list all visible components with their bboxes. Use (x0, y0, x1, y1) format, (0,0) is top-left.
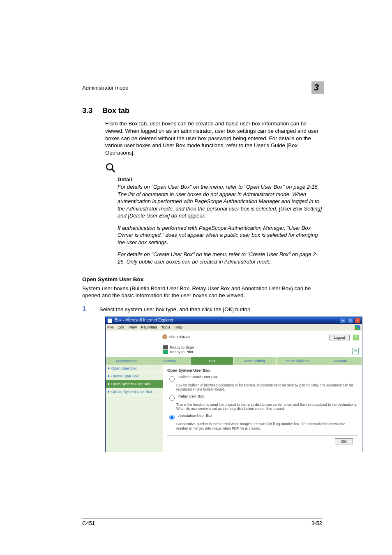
maximize-icon[interactable]: □ (348, 318, 353, 323)
ie-flag-icon (355, 325, 360, 330)
close-icon[interactable]: × (355, 318, 360, 323)
sidebar-item-create-system-user-box[interactable]: Create System User Box (106, 388, 163, 396)
option-relay-desc: This is the function to send the origina… (176, 402, 358, 411)
status-strip: Ready to Scan Ready to Print ⟳ (106, 343, 362, 357)
menu-tools[interactable]: Tools (161, 325, 170, 330)
chapter-badge: 3 (314, 82, 322, 93)
option-annotation[interactable]: Annotation User Box (167, 414, 358, 420)
tab-security[interactable]: Security (148, 357, 191, 365)
sidebar-item-create-user-box[interactable]: Create User Box (106, 372, 163, 380)
scanner-icon (163, 345, 168, 349)
footer-page: 3-52 (311, 520, 322, 526)
detail-label: Detail (118, 176, 322, 183)
printer-icon (163, 350, 168, 354)
option-relay[interactable]: Relay User Box (167, 394, 358, 401)
page-footer: C451 3-52 (82, 518, 322, 526)
panel-title: Open System User Box (167, 368, 358, 372)
chevron-right-icon (108, 367, 110, 370)
option-annotation-label: Annotation User Box (178, 414, 212, 418)
screenshot-window: Box - Microsoft Internet Explorer – □ × … (105, 317, 362, 452)
status-scan: Ready to Scan (170, 345, 194, 349)
magnifier-icon (105, 162, 116, 175)
option-bulletin-label: Bulletin Board User Box (178, 375, 218, 379)
tab-maintenance[interactable]: Maintenance (106, 357, 148, 365)
menu-view[interactable]: View (129, 325, 137, 330)
option-bulletin-desc: Box for bulletin of browsed document or … (176, 383, 358, 392)
menu-favorites[interactable]: Favorites (141, 325, 157, 330)
tab-network[interactable]: Network (319, 357, 362, 365)
detail-block: Detail For details on "Open User Box" on… (105, 162, 322, 265)
step-text: Select the system user box type, and the… (99, 305, 252, 313)
subsection-title: Open System User Box (82, 276, 322, 282)
tab-box[interactable]: Box (191, 357, 234, 365)
page-icon (107, 318, 112, 323)
menu-help[interactable]: Help (174, 325, 182, 330)
ie-title-text: Box - Microsoft Internet Explorer (107, 318, 173, 323)
tab-print-setting[interactable]: Print Setting (234, 357, 277, 365)
step-row: 1 Select the system user box type, and t… (82, 305, 322, 313)
ie-titlebar: Box - Microsoft Internet Explorer – □ × (106, 317, 362, 324)
top-strip: Administrator Logout ? (106, 331, 362, 343)
detail-para-1: For details on "Open User Box" on the me… (118, 183, 322, 220)
sidebar: Open User Box Create User Box Open Syste… (106, 365, 163, 452)
section-title: Box tab (102, 106, 129, 115)
chevron-right-icon (108, 391, 110, 393)
admin-label: Administrator (169, 335, 191, 339)
tab-store-address[interactable]: Store Address (277, 357, 319, 365)
minimize-icon[interactable]: – (340, 318, 346, 323)
help-icon[interactable]: ? (353, 335, 359, 340)
sidebar-item-open-system-user-box[interactable]: Open System User Box (106, 380, 163, 388)
window-buttons: – □ × (339, 318, 360, 323)
detail-para-3: For details on "Create User Box" on the … (118, 251, 322, 265)
running-header: Administrator mode 3 (82, 82, 322, 94)
radio-bulletin[interactable] (169, 376, 175, 382)
subsection-text: System user boxes (Bulletin Board User B… (82, 285, 322, 300)
logout-button[interactable]: Logout (329, 335, 350, 340)
option-bulletin[interactable]: Bulletin Board User Box (167, 375, 358, 382)
section-intro: From the Box tab, user boxes can be crea… (105, 120, 322, 157)
tab-bar: Maintenance Security Box Print Setting S… (106, 357, 362, 365)
ok-button[interactable]: OK (335, 438, 353, 444)
svg-line-1 (112, 169, 115, 172)
option-relay-label: Relay User Box (178, 394, 204, 398)
option-annotation-desc: Consecutive number is memorized when ima… (176, 422, 358, 430)
refresh-icon[interactable]: ⟳ (352, 348, 359, 354)
sidebar-item-open-user-box[interactable]: Open User Box (106, 365, 163, 372)
panel: Open System User Box Bulletin Board User… (163, 365, 362, 452)
admin-icon (162, 334, 167, 339)
footer-model: C451 (82, 520, 95, 526)
ie-menubar: File Edit View Favorites Tools Help (106, 324, 362, 331)
chapter-number: 3 (314, 82, 322, 92)
menu-file[interactable]: File (107, 325, 113, 330)
status-print: Ready to Print (170, 350, 193, 354)
chevron-right-icon (108, 383, 110, 385)
section-heading: 3.3 Box tab (82, 106, 322, 115)
chevron-right-icon (108, 375, 110, 377)
running-title: Administrator mode (82, 85, 129, 91)
step-number: 1 (82, 305, 90, 313)
radio-annotation[interactable] (169, 415, 175, 420)
radio-relay[interactable] (169, 395, 175, 401)
menu-edit[interactable]: Edit (118, 325, 124, 330)
section-number: 3.3 (82, 106, 92, 115)
detail-para-2: If authentication is performed with Page… (118, 224, 322, 246)
